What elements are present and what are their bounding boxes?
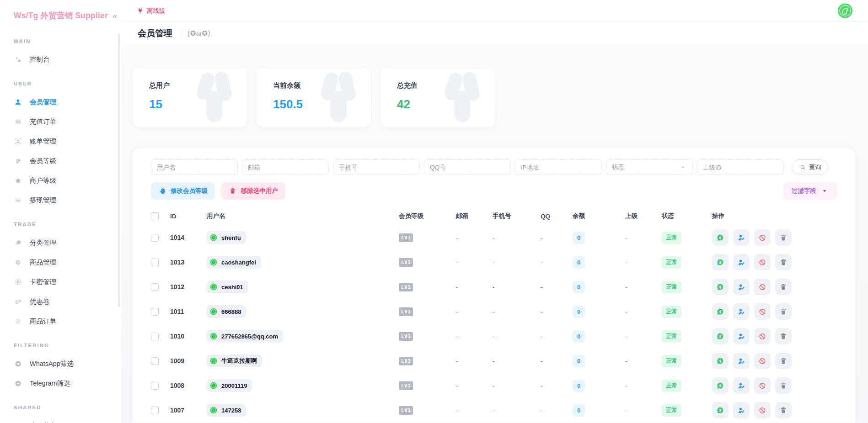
row-action-ban-button[interactable] <box>754 377 771 394</box>
cell-parent: - <box>625 234 662 241</box>
cell-phone: - <box>493 407 541 414</box>
row-action-ban-button[interactable] <box>754 353 771 369</box>
username-chip[interactable]: 147258 <box>207 404 246 417</box>
row-checkbox[interactable] <box>151 234 159 242</box>
balance-pill[interactable]: 0 <box>573 380 585 392</box>
row-actions: $ <box>712 353 837 369</box>
row-action-recharge-button[interactable]: $ <box>712 377 729 394</box>
sidebar-item-member-levels[interactable]: 会员等级 <box>14 157 121 165</box>
row-action-edit-user-button[interactable] <box>733 402 750 418</box>
select-all-checkbox[interactable] <box>151 212 159 220</box>
sidebar-item-members[interactable]: 会员管理 <box>14 98 121 106</box>
username-chip[interactable]: shenfu <box>207 231 246 244</box>
balance-pill[interactable]: 0 <box>573 256 585 269</box>
sidebar-scrollbar[interactable] <box>118 33 120 307</box>
row-checkbox[interactable] <box>151 382 159 390</box>
sidebar-item-telegram-filter[interactable]: Telegram筛选 <box>14 379 121 387</box>
money-bubble-icon: $ <box>716 283 724 291</box>
row-checkbox[interactable] <box>151 283 159 291</box>
row-action-recharge-button[interactable]: $ <box>712 254 729 270</box>
filter-input-QQ号[interactable] <box>424 159 511 175</box>
user-avatar[interactable] <box>836 2 854 20</box>
row-action-recharge-button[interactable]: $ <box>712 229 729 246</box>
search-button[interactable]: 查询 <box>792 159 828 175</box>
filter-input-用户名[interactable] <box>151 159 238 175</box>
username-chip[interactable]: 666888 <box>207 305 246 318</box>
change-member-level-button[interactable]: 修改会员等级 <box>151 182 215 200</box>
row-action-delete-button[interactable] <box>775 402 792 418</box>
sidebar-item-withdrawals[interactable]: 提现管理 <box>14 196 121 204</box>
row-action-edit-user-button[interactable] <box>733 229 750 246</box>
row-action-delete-button[interactable] <box>775 303 792 320</box>
balance-pill[interactable]: 0 <box>573 404 585 417</box>
filter-input-手机号[interactable] <box>333 159 420 175</box>
row-action-delete-button[interactable] <box>775 229 792 246</box>
sidebar-item-categories[interactable]: 分类管理 <box>14 238 121 247</box>
sidebar-item-product-orders[interactable]: 商品订单 <box>14 317 121 325</box>
sidebar-item-bills[interactable]: 账单管理 <box>14 137 121 145</box>
balance-pill[interactable]: 0 <box>573 355 585 367</box>
row-action-ban-button[interactable] <box>754 402 771 418</box>
row-action-delete-button[interactable] <box>775 377 792 394</box>
balance-pill[interactable]: 0 <box>573 281 585 293</box>
row-action-edit-user-button[interactable] <box>733 303 750 320</box>
remove-selected-users-button[interactable]: 移除选中用户 <box>221 182 285 200</box>
filter-input-上级ID[interactable] <box>697 159 784 175</box>
row-action-recharge-button[interactable]: $ <box>712 279 729 295</box>
row-action-recharge-button[interactable]: $ <box>712 353 729 369</box>
username-chip[interactable]: 20001119 <box>207 379 252 392</box>
row-action-ban-button[interactable] <box>754 229 771 246</box>
svg-text:$: $ <box>719 334 721 338</box>
col-header-level: 会员等级 <box>399 212 456 220</box>
balance-pill[interactable]: 0 <box>573 330 585 343</box>
row-action-ban-button[interactable] <box>754 328 771 344</box>
balance-pill[interactable]: 0 <box>573 306 585 318</box>
row-action-recharge-button[interactable]: $ <box>712 402 729 418</box>
row-action-ban-button[interactable] <box>754 254 771 270</box>
username-chip[interactable]: 277652865@qq.com <box>207 330 283 343</box>
username-chip[interactable]: ceshi01 <box>207 280 248 293</box>
sidebar-item-coupons[interactable]: 优惠卷 <box>14 297 121 306</box>
row-action-ban-button[interactable] <box>754 303 771 320</box>
cell-phone: - <box>493 234 541 241</box>
table-header-row: ID 用户名 会员等级 邮箱 手机号 QQ 余额 上级 状态 操作 <box>151 207 837 225</box>
level-badge: LV1 <box>399 258 413 267</box>
trash-icon <box>779 307 788 316</box>
filter-input-邮箱[interactable] <box>242 159 329 175</box>
row-action-edit-user-button[interactable] <box>733 328 750 344</box>
filter-fields-button[interactable]: 过滤字段 <box>783 182 837 200</box>
ban-icon <box>758 357 766 365</box>
sidebar-section: MAIN控制台 <box>14 38 121 63</box>
collapse-sidebar-icon[interactable]: « <box>113 11 118 20</box>
row-checkbox[interactable] <box>151 357 159 365</box>
row-action-recharge-button[interactable]: $ <box>712 303 729 320</box>
row-checkbox[interactable] <box>151 333 159 340</box>
sidebar-item-whatsapp-filter[interactable]: WhatsApp筛选 <box>14 360 121 368</box>
sidebar-item-card-keys[interactable]: 卡密管理 <box>14 278 121 286</box>
row-action-edit-user-button[interactable] <box>733 353 750 369</box>
row-action-recharge-button[interactable]: $ <box>712 328 729 344</box>
row-action-edit-user-button[interactable] <box>733 254 750 270</box>
sidebar-item-merchant-levels[interactable]: 商户等级 <box>14 176 121 185</box>
filter-select-状态[interactable]: 状态 <box>606 159 693 175</box>
username-chip[interactable]: caoshangfei <box>207 256 261 269</box>
row-action-delete-button[interactable] <box>775 279 792 295</box>
row-action-ban-button[interactable] <box>754 279 771 295</box>
row-action-delete-button[interactable] <box>775 328 792 344</box>
username-chip[interactable]: 牛逼克拉斯啊 <box>207 354 262 367</box>
row-action-delete-button[interactable] <box>775 353 792 369</box>
row-action-delete-button[interactable] <box>775 254 792 270</box>
col-header-actions: 操作 <box>712 212 837 220</box>
row-checkbox[interactable] <box>151 407 159 414</box>
row-checkbox[interactable] <box>151 259 159 266</box>
filter-input-IP地址[interactable] <box>515 159 602 175</box>
wa-chip-avatar-icon <box>209 233 218 242</box>
row-action-edit-user-button[interactable] <box>733 279 750 295</box>
row-action-edit-user-button[interactable] <box>733 377 750 394</box>
sidebar-item-dashboard[interactable]: 控制台 <box>14 55 121 63</box>
sidebar-item-recharge-orders[interactable]: 充值订单 <box>14 117 121 126</box>
row-checkbox[interactable] <box>151 308 159 316</box>
balance-pill[interactable]: 0 <box>573 232 585 244</box>
wa-chip-avatar-icon <box>209 283 218 291</box>
sidebar-item-products[interactable]: 商品管理 <box>14 258 121 266</box>
